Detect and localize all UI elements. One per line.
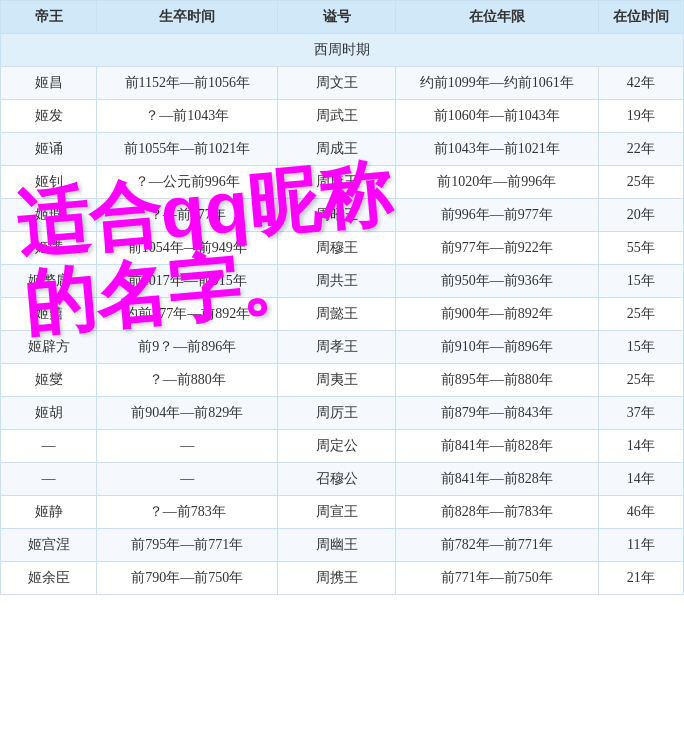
table-cell: 约前977年—前892年 bbox=[97, 298, 278, 331]
header-emperor: 帝王 bbox=[1, 1, 97, 34]
table-cell: 25年 bbox=[598, 298, 683, 331]
table-cell: 前950年—前936年 bbox=[395, 265, 598, 298]
table-cell: 前904年—前829年 bbox=[97, 397, 278, 430]
header-reign-duration: 在位时间 bbox=[598, 1, 683, 34]
table-cell: 前879年—前843年 bbox=[395, 397, 598, 430]
table-cell: 前782年—前771年 bbox=[395, 529, 598, 562]
table-cell: 11年 bbox=[598, 529, 683, 562]
table-cell: 周武王 bbox=[278, 100, 395, 133]
table-cell: 15年 bbox=[598, 265, 683, 298]
table-row: 姬辟方前9？—前896年周孝王前910年—前896年15年 bbox=[1, 331, 684, 364]
table-cell: 20年 bbox=[598, 199, 683, 232]
table-row: ——召穆公前841年—前828年14年 bbox=[1, 463, 684, 496]
table-cell: 周昭王 bbox=[278, 199, 395, 232]
table-row: 姬囏约前977年—前892年周懿王前900年—前892年25年 bbox=[1, 298, 684, 331]
table-cell: 42年 bbox=[598, 67, 683, 100]
table-cell: 姬辟方 bbox=[1, 331, 97, 364]
header-posthumous: 谥号 bbox=[278, 1, 395, 34]
table-cell: ？—公元前996年 bbox=[97, 166, 278, 199]
header-birth: 生卒时间 bbox=[97, 1, 278, 34]
table-cell: 姬胡 bbox=[1, 397, 97, 430]
table-cell: — bbox=[97, 430, 278, 463]
table-cell: 周孝王 bbox=[278, 331, 395, 364]
table-cell: 周幽王 bbox=[278, 529, 395, 562]
table-row: 姬发？—前1043年周武王前1060年—前1043年19年 bbox=[1, 100, 684, 133]
table-row: 姬静？—前783年周宣王前828年—前783年46年 bbox=[1, 496, 684, 529]
table-cell: 前828年—前783年 bbox=[395, 496, 598, 529]
table-cell: 21年 bbox=[598, 562, 683, 595]
table-cell: 前996年—前977年 bbox=[395, 199, 598, 232]
table-cell: 37年 bbox=[598, 397, 683, 430]
table-cell: 46年 bbox=[598, 496, 683, 529]
table-cell: 25年 bbox=[598, 166, 683, 199]
table-cell: 19年 bbox=[598, 100, 683, 133]
table-cell: 前795年—前771年 bbox=[97, 529, 278, 562]
table-cell: 前1152年—前1056年 bbox=[97, 67, 278, 100]
table-cell: 周夷王 bbox=[278, 364, 395, 397]
table-row: 姬昌前1152年—前1056年周文王约前1099年—约前1061年42年 bbox=[1, 67, 684, 100]
table-row: 姬胡前904年—前829年周厉王前879年—前843年37年 bbox=[1, 397, 684, 430]
table-cell: 15年 bbox=[598, 331, 683, 364]
table-cell: 姬瑕 bbox=[1, 199, 97, 232]
table-cell: 姬宫涅 bbox=[1, 529, 97, 562]
table-row: 姬燮？—前880年周夷王前895年—前880年25年 bbox=[1, 364, 684, 397]
table-cell: 前790年—前750年 bbox=[97, 562, 278, 595]
table-cell: 前1060年—前1043年 bbox=[395, 100, 598, 133]
table-cell: 周厉王 bbox=[278, 397, 395, 430]
table-cell: ？—前783年 bbox=[97, 496, 278, 529]
table-cell: 前841年—前828年 bbox=[395, 430, 598, 463]
table-cell: 姬囏 bbox=[1, 298, 97, 331]
period-label: 西周时期 bbox=[1, 34, 684, 67]
table-row: 姬瑕？—前977年周昭王前996年—前977年20年 bbox=[1, 199, 684, 232]
table-cell: 周宣王 bbox=[278, 496, 395, 529]
table-cell: ？—前1043年 bbox=[97, 100, 278, 133]
table-cell: 14年 bbox=[598, 430, 683, 463]
table-cell: 前1020年—前996年 bbox=[395, 166, 598, 199]
table-cell: 前771年—前750年 bbox=[395, 562, 598, 595]
table-row: 姬繁扈前1017年—前915年周共王前950年—前936年15年 bbox=[1, 265, 684, 298]
table-cell: 前1055年—前1021年 bbox=[97, 133, 278, 166]
table-cell: — bbox=[1, 463, 97, 496]
table-cell: 姬满 bbox=[1, 232, 97, 265]
table-row: 姬宫涅前795年—前771年周幽王前782年—前771年11年 bbox=[1, 529, 684, 562]
table-cell: 25年 bbox=[598, 364, 683, 397]
header-reign-years: 在位年限 bbox=[395, 1, 598, 34]
table-cell: 前900年—前892年 bbox=[395, 298, 598, 331]
table-cell: 姬发 bbox=[1, 100, 97, 133]
table-row: 姬钊？—公元前996年周康王前1020年—前996年25年 bbox=[1, 166, 684, 199]
table-cell: 前1017年—前915年 bbox=[97, 265, 278, 298]
table-cell: 姬钊 bbox=[1, 166, 97, 199]
table-cell: 姬余臣 bbox=[1, 562, 97, 595]
table-cell: 姬诵 bbox=[1, 133, 97, 166]
table-cell: 周穆王 bbox=[278, 232, 395, 265]
table-cell: 周共王 bbox=[278, 265, 395, 298]
table-cell: 前1054年—前949年 bbox=[97, 232, 278, 265]
table-cell: ？—前880年 bbox=[97, 364, 278, 397]
table-cell: ？—前977年 bbox=[97, 199, 278, 232]
table-row: 姬诵前1055年—前1021年周成王前1043年—前1021年22年 bbox=[1, 133, 684, 166]
table-cell: — bbox=[97, 463, 278, 496]
table-cell: 22年 bbox=[598, 133, 683, 166]
table-row: ——周定公前841年—前828年14年 bbox=[1, 430, 684, 463]
table-cell: 周定公 bbox=[278, 430, 395, 463]
table-cell: 前841年—前828年 bbox=[395, 463, 598, 496]
table-cell: 姬繁扈 bbox=[1, 265, 97, 298]
table-cell: 周懿王 bbox=[278, 298, 395, 331]
table-cell: 周康王 bbox=[278, 166, 395, 199]
table-cell: 召穆公 bbox=[278, 463, 395, 496]
table-cell: 55年 bbox=[598, 232, 683, 265]
table-cell: 14年 bbox=[598, 463, 683, 496]
table-cell: 前977年—前922年 bbox=[395, 232, 598, 265]
table-cell: 姬静 bbox=[1, 496, 97, 529]
table-row: 姬余臣前790年—前750年周携王前771年—前750年21年 bbox=[1, 562, 684, 595]
table-row: 姬满前1054年—前949年周穆王前977年—前922年55年 bbox=[1, 232, 684, 265]
table-cell: 前895年—前880年 bbox=[395, 364, 598, 397]
table-cell: — bbox=[1, 430, 97, 463]
table-cell: 前1043年—前1021年 bbox=[395, 133, 598, 166]
table-cell: 前9？—前896年 bbox=[97, 331, 278, 364]
table-cell: 周携王 bbox=[278, 562, 395, 595]
table-cell: 约前1099年—约前1061年 bbox=[395, 67, 598, 100]
table-cell: 周成王 bbox=[278, 133, 395, 166]
table-cell: 周文王 bbox=[278, 67, 395, 100]
table-cell: 前910年—前896年 bbox=[395, 331, 598, 364]
